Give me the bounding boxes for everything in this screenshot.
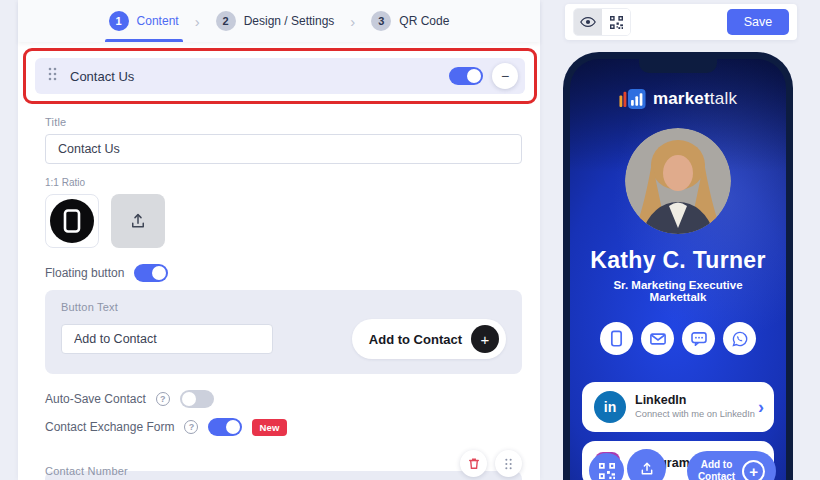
section-enabled-toggle[interactable] (449, 67, 483, 85)
contact-actions-row (570, 322, 786, 355)
sms-action-button[interactable] (682, 322, 715, 355)
logo-text-light: talk (710, 89, 737, 108)
floating-button-label: Floating button (45, 266, 124, 280)
call-action-button[interactable] (600, 322, 633, 355)
whatsapp-action-button[interactable] (723, 322, 756, 355)
save-button[interactable]: Save (727, 9, 789, 35)
stepper: 1 Content › 2 Design / Settings › 3 QR C… (18, 0, 540, 42)
chat-bubble-icon (691, 332, 707, 346)
ratio-label: 1:1 Ratio (45, 177, 522, 188)
eye-icon (580, 16, 596, 28)
upload-icon (129, 212, 147, 230)
delete-contact-number-button[interactable] (460, 450, 487, 477)
smartphone-icon (62, 209, 82, 233)
plus-icon: + (471, 325, 499, 353)
share-fab[interactable] (627, 449, 666, 480)
step-1-label: Content (137, 14, 179, 28)
title-input[interactable] (45, 134, 522, 164)
phone-preview: markettalk Kathy C. Turner Sr. Marketing… (563, 52, 793, 480)
drag-contact-number-button[interactable] (495, 450, 522, 477)
plus-icon: + (742, 460, 765, 480)
auto-save-toggle[interactable] (180, 390, 214, 408)
floating-button-preview: Add to Contact + (352, 319, 506, 359)
minus-icon: − (501, 68, 509, 84)
chevron-right-icon: › (195, 13, 200, 30)
step-content[interactable]: 1 Content (109, 0, 179, 42)
phone-notch (639, 59, 717, 73)
contact-exchange-toggle[interactable] (208, 418, 242, 436)
trash-icon (468, 457, 480, 470)
preview-eye-button[interactable] (574, 9, 602, 35)
preview-mode-switch (573, 8, 631, 36)
markettalk-logo-icon (619, 87, 646, 111)
upload-image-tile[interactable] (111, 194, 165, 248)
step-qr-code[interactable]: 3 QR Code (371, 0, 449, 42)
contact-us-section-header[interactable]: Contact Us − (35, 58, 525, 94)
chevron-right-icon: › (758, 397, 764, 418)
floating-button-settings-panel: Button Text Add to Contact + (45, 290, 522, 374)
section-title: Contact Us (70, 69, 134, 84)
highlighted-section-outline: Contact Us − (23, 48, 537, 104)
linkedin-icon: in (594, 391, 626, 423)
phone-screen: markettalk Kathy C. Turner Sr. Marketing… (570, 59, 786, 480)
drag-handle-icon (504, 458, 513, 470)
contact-button-icon-preview (50, 199, 94, 243)
auto-save-contact-label: Auto-Save Contact (45, 392, 146, 406)
brand-logo-text: markettalk (653, 89, 737, 109)
step-1-number: 1 (109, 11, 129, 31)
chevron-right-icon: › (350, 13, 355, 30)
floating-button-toggle[interactable] (134, 264, 168, 282)
profile-role: Sr. Marketing Executive (570, 279, 786, 291)
help-icon[interactable]: ? (156, 392, 170, 406)
new-badge: New (252, 419, 286, 436)
linkedin-card-title: LinkedIn (635, 393, 749, 409)
button-text-label: Button Text (61, 301, 506, 313)
title-field-label: Title (45, 116, 522, 128)
qr-code-icon (599, 463, 615, 479)
contact-number-label: Contact Number (45, 465, 128, 477)
linkedin-card-subtitle: Connect with me on LinkedIn (635, 409, 749, 421)
step-design-settings[interactable]: 2 Design / Settings (216, 0, 335, 42)
brand-logo: markettalk (570, 87, 786, 111)
add-to-contact-label: Add to Contact (698, 459, 735, 480)
step-2-label: Design / Settings (244, 14, 335, 28)
contact-exchange-form-label: Contact Exchange Form (45, 420, 174, 434)
button-text-input[interactable] (61, 324, 273, 354)
step-3-label: QR Code (399, 14, 449, 28)
logo-text-bold: market (653, 89, 710, 108)
step-2-number: 2 (216, 11, 236, 31)
collapse-section-button[interactable]: − (492, 63, 518, 89)
help-icon[interactable]: ? (184, 420, 198, 434)
whatsapp-icon (732, 331, 748, 347)
smartphone-icon (610, 330, 623, 347)
current-button-icon-tile[interactable] (45, 194, 99, 248)
profile-name: Kathy C. Turner (570, 247, 786, 274)
floating-button-preview-text: Add to Contact (369, 332, 462, 347)
preview-toolbar: Save (565, 4, 797, 40)
profile-company: Markettalk (570, 291, 786, 303)
drag-handle-icon[interactable] (48, 67, 57, 85)
email-action-button[interactable] (641, 322, 674, 355)
linkedin-card[interactable]: in LinkedIn Connect with me on LinkedIn … (582, 382, 774, 432)
content-editor-panel: 1 Content › 2 Design / Settings › 3 QR C… (18, 0, 540, 480)
step-3-number: 3 (371, 11, 391, 31)
envelope-icon (650, 333, 666, 345)
qr-code-icon (610, 16, 623, 29)
upload-icon (639, 461, 655, 477)
add-to-contact-fab[interactable]: Add to Contact + (687, 451, 776, 480)
qr-code-fab[interactable] (589, 453, 624, 480)
preview-qr-button[interactable] (602, 9, 630, 35)
avatar (625, 128, 731, 234)
